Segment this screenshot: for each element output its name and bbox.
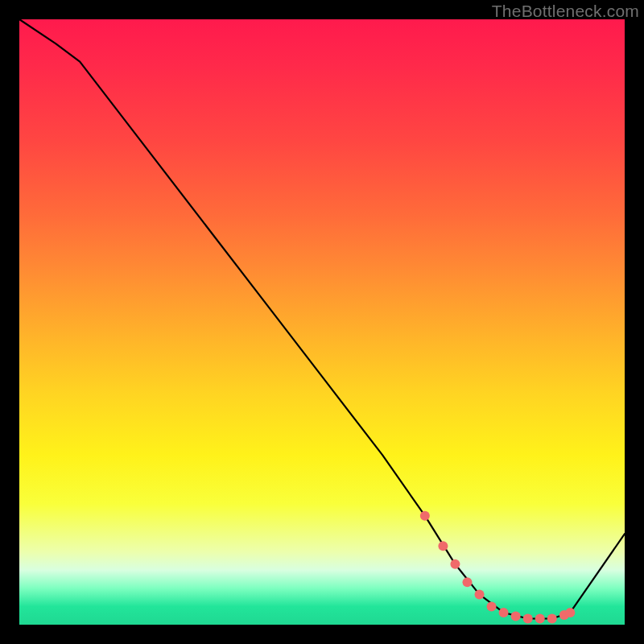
highlight-dot [565, 608, 575, 617]
highlight-dot [535, 613, 545, 623]
chart-svg [19, 19, 625, 625]
highlight-dot [450, 559, 460, 569]
highlight-dot [547, 613, 557, 623]
highlight-dot [511, 611, 521, 621]
plot-area [19, 19, 625, 625]
marker-group [420, 511, 575, 624]
highlight-dot [523, 613, 533, 623]
highlight-dot [462, 577, 472, 587]
highlight-dot [475, 589, 485, 599]
highlight-dot [438, 541, 448, 551]
highlight-dot [420, 511, 430, 521]
highlight-dot [499, 608, 509, 617]
curve-line [19, 19, 625, 618]
watermark-text: TheBottleneck.com [492, 2, 639, 21]
highlight-dot [487, 601, 497, 611]
chart-frame: TheBottleneck.com [0, 0, 644, 644]
